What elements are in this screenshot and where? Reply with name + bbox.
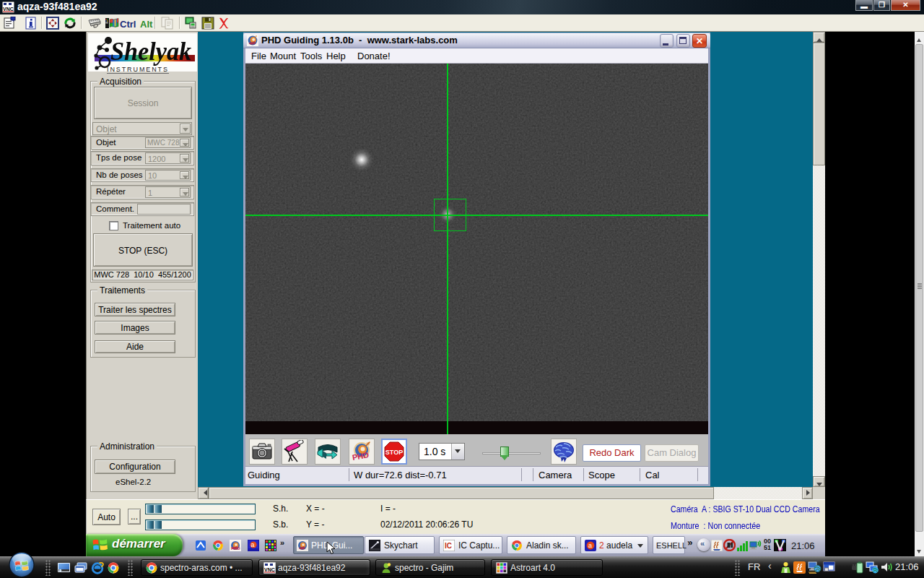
svg-text:VNC: VNC [3,7,14,12]
svg-text:PHD: PHD [231,546,240,551]
svg-text:a: a [588,542,592,549]
svg-text:IC: IC [445,542,452,550]
svg-text:a: a [251,541,255,548]
svg-text:STOP: STOP [385,449,403,456]
svg-text:VNC: VNC [264,567,275,572]
